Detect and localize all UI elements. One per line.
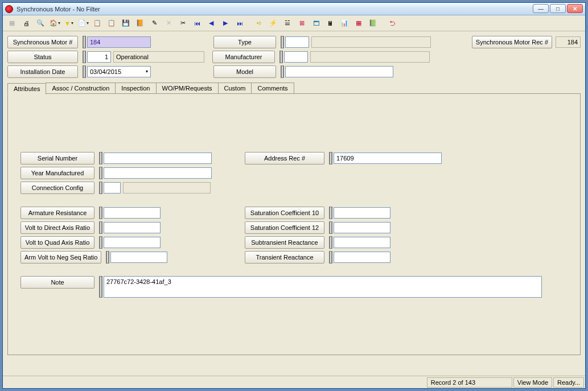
connection-config-label: Connection Config (20, 182, 94, 194)
maximize-button[interactable]: □ (550, 4, 566, 13)
separator-icon (279, 51, 283, 63)
tree-icon[interactable]: ⊞ (295, 17, 309, 30)
chart-icon[interactable]: 📊 (338, 17, 351, 30)
next-record-icon[interactable]: ▶ (219, 17, 232, 30)
type-label: Type (213, 36, 276, 48)
separator-icon (99, 167, 102, 179)
tab-wo-pm-requests[interactable]: WO/PM/Requests (156, 83, 219, 94)
calculator-icon[interactable]: 🖩 (323, 17, 337, 30)
year-manufactured-label: Year Manufactured (20, 167, 94, 179)
filter-icon[interactable]: ▼▾ (62, 17, 76, 30)
help-book-icon[interactable]: 📗 (366, 17, 380, 30)
sync-motor-num-label: Synchronous Motor # (7, 36, 78, 48)
install-date-label: Installation Date (7, 65, 78, 78)
status-code-field[interactable]: 1 (87, 51, 111, 63)
copy-icon[interactable]: 📋 (91, 17, 104, 30)
volt-quad-axis-ratio-field[interactable] (104, 237, 161, 248)
minimize-button[interactable]: — (533, 4, 549, 13)
home-icon[interactable]: 🏠▾ (48, 17, 61, 30)
model-label: Model (213, 65, 276, 78)
window-title: Synchronous Motor - No Filter (17, 6, 100, 13)
tab-comments[interactable]: Comments (251, 83, 294, 94)
rec-num-field: 184 (556, 36, 581, 48)
type-code-field[interactable] (285, 36, 309, 48)
separator-icon (99, 236, 102, 249)
last-record-icon[interactable]: ⏭ (233, 17, 246, 30)
saturation-coef-12-label: Saturation Coefficient 12 (245, 221, 324, 234)
separator-icon (83, 65, 86, 78)
connection-config-code-field[interactable] (104, 182, 121, 194)
delete-icon[interactable]: ✕ (162, 17, 175, 30)
separator-icon (99, 276, 102, 298)
calendar-dropdown-icon[interactable]: ▾ (146, 67, 148, 76)
separator-icon (106, 251, 109, 264)
tab-assoc-construction[interactable]: Assoc / Construction (46, 83, 116, 94)
prev-record-icon[interactable]: ◀ (204, 17, 218, 30)
saturation-coef-12-field[interactable] (334, 222, 390, 233)
status-text-field: Operational (113, 51, 204, 63)
status-label: Status (7, 51, 78, 63)
tab-attributes[interactable]: Attributes (7, 83, 46, 94)
address-rec-field[interactable]: 17609 (334, 153, 442, 164)
volt-direct-axis-ratio-field[interactable] (104, 222, 161, 233)
toolbar: ▦ 🖨 🔍 🏠▾ ▼▾ 📄▾ 📋 📋 💾 📙 ✎ ✕ ✂ ⏮ ◀ ▶ ⏭ ➪ ⚡… (3, 15, 585, 31)
cut-icon[interactable]: ✂ (176, 17, 190, 30)
print-icon[interactable]: 🖨 (19, 17, 33, 30)
exit-icon[interactable]: ⮌ (385, 17, 399, 30)
table-icon[interactable]: ▦ (352, 17, 365, 30)
close-button[interactable]: ✕ (567, 4, 583, 13)
separator-icon (329, 236, 332, 249)
document-icon[interactable]: 📄▾ (76, 17, 90, 30)
manufacturer-label: Manufacturer (212, 51, 275, 63)
save-icon[interactable]: 💾 (119, 17, 133, 30)
separator-icon (99, 221, 102, 234)
tab-custom[interactable]: Custom (218, 83, 252, 94)
connection-config-text-field (123, 182, 211, 194)
lightning-icon[interactable]: ⚡ (266, 17, 280, 30)
manufacturer-text-field (310, 51, 430, 63)
sync-motor-num-field[interactable]: 184 (87, 36, 151, 48)
install-date-value: 03/04/2015 (90, 67, 121, 76)
separator-icon (329, 251, 332, 264)
saturation-coef-10-label: Saturation Coefficient 10 (245, 207, 324, 219)
armature-resistance-label: Armature Resistance (20, 207, 94, 219)
manufacturer-code-field[interactable] (284, 51, 308, 63)
year-manufactured-field[interactable] (104, 167, 212, 179)
separator-icon (281, 36, 284, 48)
separator-icon (83, 51, 86, 63)
note-label: Note (20, 276, 94, 289)
print-preview-icon[interactable]: 🔍 (34, 17, 47, 30)
window-icon[interactable]: 🗔 (309, 17, 323, 30)
tab-inspection[interactable]: Inspection (115, 83, 156, 94)
transient-reactance-field[interactable] (334, 252, 390, 263)
separator-icon (329, 152, 332, 164)
note-field[interactable] (104, 276, 542, 298)
grid-icon[interactable]: ▦ (5, 17, 19, 30)
subtransient-reactance-label: Subtransient Reactance (245, 236, 324, 249)
clipboard-icon[interactable]: 📋 (105, 17, 118, 30)
separator-icon (99, 152, 102, 164)
serial-number-field[interactable] (104, 153, 212, 164)
volt-direct-axis-ratio-label: Volt to Direct Axis Ratio (20, 221, 94, 234)
separator-icon (99, 182, 102, 194)
model-field[interactable] (285, 66, 393, 77)
subtransient-reactance-field[interactable] (334, 237, 390, 248)
view-mode: View Mode (513, 377, 552, 388)
goto-icon[interactable]: ➪ (252, 17, 266, 30)
separator-icon (99, 207, 102, 219)
volt-quad-axis-ratio-label: Volt to Quad Axis Ratio (20, 236, 94, 249)
record-position: Record 2 of 143 (427, 377, 512, 388)
separator-icon (329, 221, 332, 234)
book-icon[interactable]: 📙 (133, 17, 147, 30)
install-date-field[interactable]: 03/04/2015 ▾ (87, 66, 151, 77)
title-bar: Synchronous Motor - No Filter — □ ✕ (3, 3, 585, 15)
properties-icon[interactable]: ☱ (281, 17, 294, 30)
edit-icon[interactable]: ✎ (147, 17, 161, 30)
armature-resistance-field[interactable] (104, 207, 161, 219)
transient-reactance-label: Transient Reactance (245, 251, 324, 264)
serial-number-label: Serial Number (20, 152, 94, 164)
app-icon (5, 5, 13, 13)
arm-volt-neg-seq-ratio-field[interactable] (110, 252, 167, 263)
first-record-icon[interactable]: ⏮ (190, 17, 204, 30)
saturation-coef-10-field[interactable] (334, 207, 390, 219)
